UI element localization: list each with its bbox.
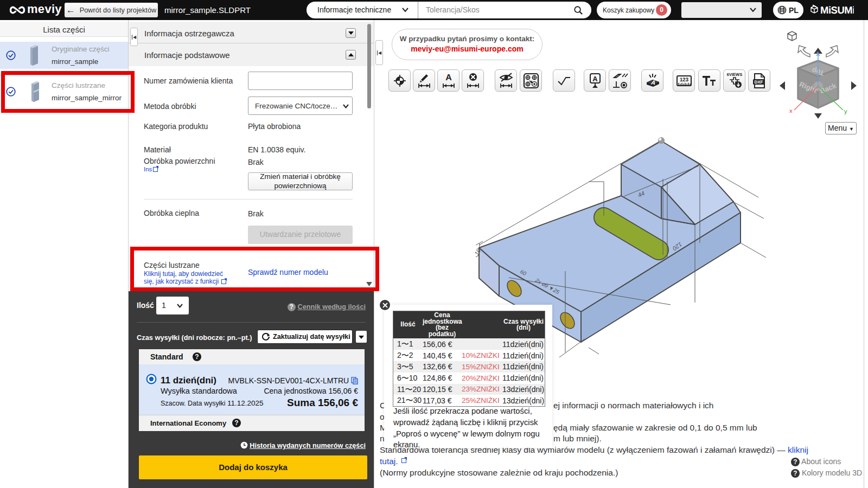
svg-text:A: A bbox=[650, 79, 656, 86]
svg-text:y: y bbox=[844, 108, 847, 115]
svg-text:123: 123 bbox=[680, 77, 688, 83]
svg-text:x: x bbox=[789, 108, 793, 114]
svg-text:A: A bbox=[592, 74, 598, 82]
svg-text:MiSUMi: MiSUMi bbox=[820, 4, 854, 16]
svg-text:A: A bbox=[445, 73, 452, 82]
svg-text:DXF: DXF bbox=[754, 80, 763, 85]
svg-text:6VIEWS: 6VIEWS bbox=[726, 72, 742, 77]
